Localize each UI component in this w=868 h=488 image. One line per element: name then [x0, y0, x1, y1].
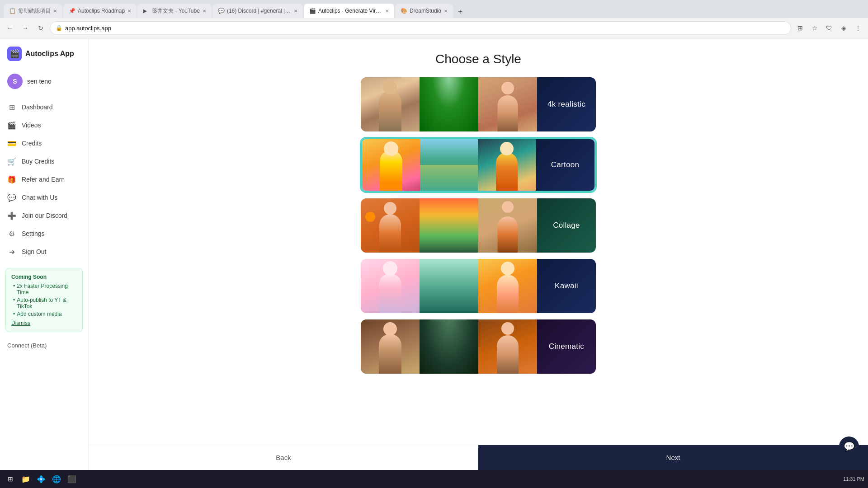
style-img-cartoon-1 [362, 139, 420, 191]
tab-label-4: (16) Discord | #general | Autoc... [227, 8, 291, 14]
start-button[interactable]: ⊞ [4, 472, 17, 486]
tab-1[interactable]: 📋 毎朝確認項目 ✕ [4, 4, 62, 18]
sidebar-item-chat[interactable]: 💬 Chat with Us [0, 188, 88, 206]
style-img-kawaii-3 [478, 259, 537, 313]
buy-credits-icon: 🛒 [7, 157, 16, 166]
logo-icon: 🎬 [7, 47, 22, 61]
sidebar-item-refer-earn[interactable]: 🎁 Refer and Earn [0, 170, 88, 188]
coming-soon-box: Coming Soon • 2x Faster Processing Time … [5, 268, 83, 332]
sidebar-item-dashboard[interactable]: ⊞ Dashboard [0, 98, 88, 116]
sidebar: 🎬 Autoclips App S sen teno ⊞ Dashboard 🎬… [0, 38, 89, 470]
chat-icon: 💬 [7, 193, 16, 202]
style-img-4k-3 [478, 77, 537, 131]
forward-nav-button[interactable]: → [19, 22, 32, 34]
sidebar-label-signout: Sign Out [22, 248, 46, 255]
taskbar-chrome[interactable]: 🌐 [50, 472, 63, 486]
extension-icon-1[interactable]: 🛡 [823, 22, 835, 34]
app-name: Autoclips App [25, 50, 74, 58]
tab-close-6[interactable]: ✕ [444, 9, 448, 14]
style-card-cinematic[interactable]: Cinematic [361, 319, 596, 374]
tab-close-2[interactable]: ✕ [127, 9, 131, 14]
style-card-cartoon[interactable]: Cartoon [361, 138, 596, 192]
bullet-3: • [13, 311, 15, 317]
sidebar-item-buy-credits[interactable]: 🛒 Buy Credits [0, 152, 88, 170]
tab-favicon-5: 🎬 [309, 8, 316, 14]
style-grid: 4k realistic [361, 77, 596, 374]
back-button[interactable]: Back [89, 445, 478, 470]
taskbar-vscode[interactable]: 💠 [34, 472, 48, 486]
extension-icon-2[interactable]: ◈ [837, 22, 850, 34]
tab-label-3: 薬井文夫 - YouTube [152, 7, 200, 15]
tab-favicon-2: 📌 [69, 8, 75, 14]
sidebar-label-credits: Credits [22, 140, 42, 147]
user-section: S sen teno [0, 69, 88, 96]
bottom-bar: Back Next [89, 445, 868, 470]
tab-close-1[interactable]: ✕ [53, 9, 57, 14]
tab-label-1: 毎朝確認項目 [18, 7, 51, 15]
menu-icon[interactable]: ⋮ [852, 22, 864, 34]
back-nav-button[interactable]: ← [4, 22, 16, 34]
coming-soon-item-1: • 2x Faster Processing Time [13, 283, 77, 296]
style-label-4k: 4k realistic [537, 77, 596, 131]
tab-close-3[interactable]: ✕ [203, 9, 206, 14]
sidebar-item-signout[interactable]: ➜ Sign Out [0, 243, 88, 261]
main-content: Choose a Style [89, 38, 868, 470]
tab-favicon-6: 🎨 [401, 8, 407, 14]
bookmark-icon[interactable]: ☆ [808, 22, 821, 34]
address-bar-row: ← → ↻ 🔒 app.autoclips.app ⊞ ☆ 🛡 ◈ ⋮ [0, 18, 868, 38]
chat-bubble-button[interactable]: 💬 [839, 436, 859, 456]
sidebar-item-settings[interactable]: ⚙ Settings [0, 225, 88, 243]
style-img-kawaii-1 [361, 259, 420, 313]
tab-5[interactable]: 🎬 Autoclips - Generate Viral TikT... ✕ [304, 4, 394, 18]
content-area: Choose a Style [89, 38, 868, 445]
sidebar-label-dashboard: Dashboard [22, 103, 53, 111]
connect-beta[interactable]: Connect (Beta) [0, 338, 88, 353]
sidebar-item-discord[interactable]: ➕ Join our Discord [0, 206, 88, 225]
app-body: 🎬 Autoclips App S sen teno ⊞ Dashboard 🎬… [0, 38, 868, 470]
signout-icon: ➜ [7, 247, 16, 256]
sidebar-label-chat: Chat with Us [22, 194, 57, 201]
sidebar-label-settings: Settings [22, 230, 45, 237]
next-button[interactable]: Next [478, 445, 868, 470]
sidebar-label-refer-earn: Refer and Earn [22, 176, 65, 183]
style-img-kawaii-2 [420, 259, 478, 313]
sidebar-item-videos[interactable]: 🎬 Videos [0, 116, 88, 134]
style-card-kawaii[interactable]: Kawaii [361, 259, 596, 313]
new-tab-button[interactable]: + [454, 5, 467, 18]
reload-button[interactable]: ↻ [34, 22, 47, 34]
refer-icon: 🎁 [7, 175, 16, 184]
coming-soon-item-3: • Add custom media [13, 311, 77, 317]
style-img-cinematic-2 [420, 319, 478, 374]
tab-favicon-4: 💬 [218, 8, 224, 14]
tab-3[interactable]: ▶ 薬井文夫 - YouTube ✕ [137, 4, 212, 18]
tab-close-4[interactable]: ✕ [294, 9, 297, 14]
avatar: S [7, 74, 23, 89]
style-img-collage-3 [478, 198, 537, 253]
tab-label-6: DreamStudio [410, 8, 441, 14]
taskbar-terminal[interactable]: ⬛ [65, 472, 79, 486]
coming-soon-item-2: • Auto-publish to YT & TikTok [13, 297, 77, 310]
tab-favicon-3: ▶ [143, 8, 149, 14]
sidebar-label-discord: Join our Discord [22, 212, 67, 219]
taskbar-file-explorer[interactable]: 📁 [19, 472, 33, 486]
tab-6[interactable]: 🎨 DreamStudio ✕ [395, 4, 453, 18]
sidebar-item-credits[interactable]: 💳 Credits [0, 134, 88, 152]
style-img-4k-1 [361, 77, 420, 131]
taskbar: ⊞ 📁 💠 🌐 ⬛ 11:31 PM [0, 470, 868, 488]
address-box[interactable]: 🔒 app.autoclips.app [50, 21, 791, 35]
videos-icon: 🎬 [7, 121, 16, 130]
nav-items: ⊞ Dashboard 🎬 Videos 💳 Credits 🛒 Buy Cre… [0, 96, 88, 263]
bullet-1: • [13, 283, 15, 289]
tab-close-5[interactable]: ✕ [385, 9, 389, 14]
tab-4[interactable]: 💬 (16) Discord | #general | Autoc... ✕ [212, 4, 303, 18]
discord-icon: ➕ [7, 211, 16, 220]
style-label-cartoon: Cartoon [536, 139, 594, 191]
style-card-collage[interactable]: Collage [361, 198, 596, 253]
tab-2[interactable]: 📌 Autoclips Roadmap ✕ [63, 4, 137, 18]
style-card-4k-realistic[interactable]: 4k realistic [361, 77, 596, 131]
dismiss-button[interactable]: Dismiss [11, 320, 77, 326]
style-img-cartoon-3 [478, 139, 536, 191]
settings-icon: ⚙ [7, 229, 16, 238]
taskbar-tray: 11:31 PM [843, 476, 864, 482]
translate-icon[interactable]: ⊞ [794, 22, 807, 34]
